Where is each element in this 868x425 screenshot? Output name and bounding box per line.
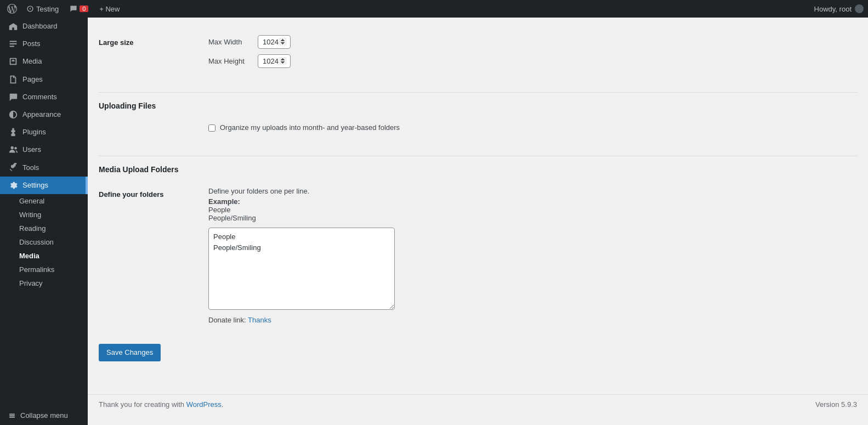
example-line1: People <box>208 206 857 214</box>
sidebar-item-plugins[interactable]: Plugins <box>0 123 88 141</box>
plugins-icon <box>8 127 18 137</box>
organize-uploads-label[interactable]: Organize my uploads into month- and year… <box>220 123 400 132</box>
large-size-inputs: Max Width Max Height <box>208 35 857 68</box>
organize-uploads-row: Organize my uploads into month- and year… <box>208 123 857 132</box>
media-folders-section: Define your folders Define your folders … <box>99 180 857 331</box>
settings-icon <box>8 180 18 190</box>
max-height-input[interactable] <box>258 54 291 68</box>
posts-icon <box>8 39 18 49</box>
folders-textarea[interactable]: People People/Smiling <box>208 228 395 310</box>
pages-icon <box>8 75 18 84</box>
max-height-label: Max Height <box>208 57 252 65</box>
site-name-link[interactable]: Testing <box>22 0 63 18</box>
donate-row: Donate link: Thanks <box>208 316 857 324</box>
tools-icon <box>8 163 18 173</box>
example-line2: People/Smiling <box>208 214 857 222</box>
media-icon <box>8 56 18 66</box>
define-helper-text: Define your folders one per line. <box>208 187 857 195</box>
collapse-menu-button[interactable]: Collapse menu <box>0 406 88 425</box>
submenu-writing[interactable]: Writing <box>0 208 88 222</box>
footer-thanks: Thank you for creating with WordPress. <box>99 400 223 409</box>
avatar <box>855 4 864 13</box>
comments-link[interactable]: 0 <box>65 0 93 18</box>
svg-point-0 <box>11 146 14 149</box>
uploading-files-title: Uploading Files <box>99 92 857 110</box>
save-changes-button[interactable]: Save Changes <box>99 344 161 361</box>
wordpress-link[interactable]: WordPress <box>186 400 222 409</box>
sidebar-item-pages[interactable]: Pages <box>0 71 88 88</box>
define-folders-label: Define your folders <box>99 180 208 331</box>
sidebar-item-appearance[interactable]: Appearance <box>0 106 88 123</box>
new-item-button[interactable]: + New <box>95 0 124 18</box>
comment-count: 0 <box>80 5 88 12</box>
wp-logo-icon[interactable] <box>4 0 20 18</box>
footer: Thank you for creating with WordPress. V… <box>88 394 868 414</box>
main-content: Large size Max Width Max Height <box>88 18 868 425</box>
site-name: Testing <box>36 5 59 13</box>
submenu-reading[interactable]: Reading <box>0 222 88 235</box>
uploading-files-section: Organize my uploads into month- and year… <box>99 117 857 138</box>
svg-point-1 <box>14 147 17 150</box>
appearance-icon <box>8 110 18 120</box>
large-size-label: Large size <box>99 29 208 75</box>
footer-version: Version 5.9.3 <box>815 400 857 409</box>
donate-link[interactable]: Thanks <box>248 316 271 324</box>
sidebar-item-users[interactable]: Users <box>0 141 88 158</box>
submenu-permalinks[interactable]: Permalinks <box>0 263 88 276</box>
donate-label: Donate link: <box>208 316 246 324</box>
sidebar-item-dashboard[interactable]: Dashboard <box>0 18 88 35</box>
media-upload-folders-title: Media Upload Folders <box>99 156 857 174</box>
users-icon <box>8 145 18 155</box>
max-width-row: Max Width <box>208 35 857 49</box>
submenu-general[interactable]: General <box>0 194 88 208</box>
submenu-privacy[interactable]: Privacy <box>0 276 88 290</box>
sidebar-item-posts[interactable]: Posts <box>0 35 88 53</box>
submenu-discussion[interactable]: Discussion <box>0 235 88 249</box>
organize-uploads-checkbox[interactable] <box>208 124 215 132</box>
sidebar-item-tools[interactable]: Tools <box>0 159 88 177</box>
top-bar: Testing 0 + New Howdy, root <box>0 0 868 18</box>
large-size-section: Large size Max Width Max Height <box>99 29 857 75</box>
max-height-row: Max Height <box>208 54 857 68</box>
example-label: Example: <box>208 197 857 206</box>
user-info: Howdy, root <box>814 4 864 13</box>
dashboard-icon <box>8 21 18 31</box>
settings-submenu: General Writing Reading Discussion Media… <box>0 194 88 290</box>
sidebar-item-settings[interactable]: Settings <box>0 177 88 194</box>
submit-section: Save Changes <box>99 344 857 372</box>
submenu-media[interactable]: Media <box>0 249 88 263</box>
comments-icon <box>8 92 18 102</box>
max-width-label: Max Width <box>208 38 252 46</box>
sidebar: Dashboard Posts Media Pages Comments <box>0 18 88 425</box>
sidebar-item-comments[interactable]: Comments <box>0 88 88 106</box>
max-width-input[interactable] <box>258 35 291 49</box>
sidebar-item-media[interactable]: Media <box>0 53 88 70</box>
